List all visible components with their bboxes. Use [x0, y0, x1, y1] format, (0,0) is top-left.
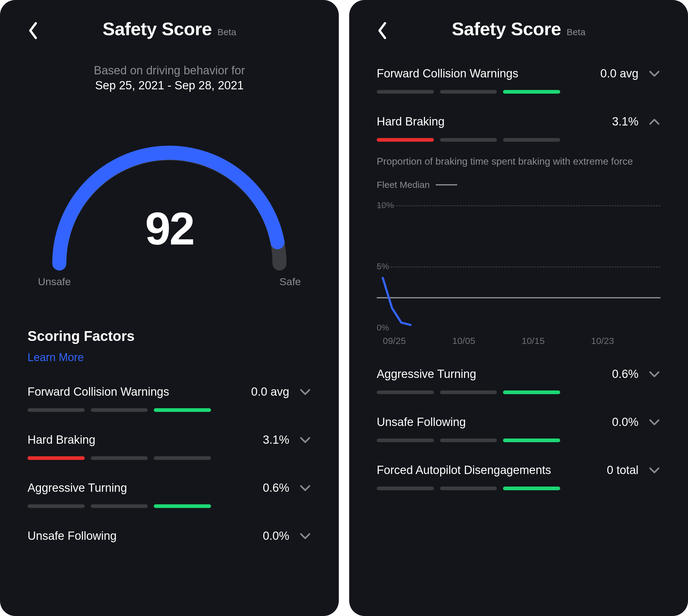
factor-row: Forward Collision Warnings 0.0 avg	[27, 385, 311, 412]
bar-segment	[503, 439, 560, 442]
page-title: Safety Score	[452, 18, 561, 40]
bar-segment	[440, 90, 497, 94]
factor-bar	[27, 504, 211, 508]
bar-segment	[27, 456, 85, 460]
factor-detail: Proportion of braking time spent braking…	[377, 154, 661, 346]
beta-badge: Beta	[217, 27, 236, 37]
chart-line	[377, 205, 661, 326]
chart-legend: Fleet Median	[377, 180, 661, 190]
chevron-down-icon	[648, 70, 661, 78]
scoring-factors-title: Scoring Factors	[27, 328, 311, 344]
factor-bar	[27, 456, 211, 460]
factor-value: 0.0 avg	[251, 385, 289, 398]
back-button[interactable]	[27, 21, 39, 40]
x-tick: 09/25	[377, 336, 452, 346]
bar-segment	[154, 504, 211, 508]
beta-badge: Beta	[567, 27, 586, 37]
factor-toggle[interactable]: Aggressive Turning 0.6%	[377, 368, 661, 381]
factor-value: 0.0%	[263, 529, 289, 543]
chevron-down-icon	[299, 532, 311, 540]
factor-value: 0.0 avg	[600, 67, 639, 80]
factor-toggle[interactable]: Forward Collision Warnings 0.0 avg	[27, 385, 311, 398]
factor-description: Proportion of braking time spent braking…	[377, 154, 652, 169]
chevron-left-icon	[27, 21, 39, 40]
bar-segment	[503, 90, 560, 94]
bar-segment	[503, 487, 560, 490]
page-title: Safety Score	[102, 18, 212, 40]
factor-name: Forward Collision Warnings	[27, 385, 251, 398]
factor-bar	[377, 439, 560, 442]
factor-toggle[interactable]: Hard Braking 3.1%	[377, 115, 661, 128]
bar-segment	[377, 439, 434, 442]
factor-value: 0 total	[607, 464, 639, 477]
factor-toggle[interactable]: Unsafe Following 0.0%	[377, 416, 661, 429]
factor-value: 0.6%	[263, 481, 289, 494]
factor-bar	[377, 90, 560, 94]
factor-name: Hard Braking	[27, 433, 263, 446]
chevron-down-icon	[299, 388, 311, 396]
legend-label: Fleet Median	[377, 180, 430, 190]
x-tick: 10/15	[522, 336, 591, 346]
x-tick: 10/23	[591, 336, 661, 346]
bar-segment	[27, 408, 85, 412]
factor-bar	[377, 487, 560, 490]
factor-value: 3.1%	[612, 115, 639, 128]
factor-row: Aggressive Turning 0.6%	[27, 481, 311, 508]
chevron-down-icon	[648, 418, 661, 426]
factor-name: Forward Collision Warnings	[377, 67, 600, 80]
factor-row: Hard Braking 3.1%	[27, 433, 311, 460]
legend-line-icon	[436, 184, 457, 185]
basis-label: Based on driving behavior for	[0, 64, 339, 77]
factor-row: Unsafe Following 0.0%	[27, 529, 311, 543]
factor-toggle[interactable]: Forward Collision Warnings 0.0 avg	[377, 67, 661, 80]
bar-segment	[154, 408, 211, 412]
factor-name: Unsafe Following	[27, 529, 263, 543]
factor-name: Forced Autopilot Disengagements	[377, 464, 607, 477]
bar-segment	[91, 408, 148, 412]
chevron-down-icon	[299, 484, 311, 492]
factor-value: 3.1%	[263, 433, 289, 446]
chevron-down-icon	[648, 370, 661, 378]
factor-row: Unsafe Following 0.0%	[377, 416, 661, 442]
factor-row: Aggressive Turning 0.6%	[377, 368, 661, 394]
bar-segment	[377, 138, 434, 142]
bar-segment	[440, 487, 497, 490]
bar-segment	[440, 439, 497, 442]
score-gauge: 92 Unsafe Safe	[29, 110, 310, 282]
bar-segment	[154, 456, 211, 460]
bar-segment	[27, 504, 85, 508]
factor-toggle[interactable]: Aggressive Turning 0.6%	[27, 481, 311, 494]
bar-segment	[440, 138, 497, 142]
x-tick: 10/05	[452, 336, 522, 346]
back-button[interactable]	[377, 21, 388, 40]
bar-segment	[440, 391, 497, 394]
x-axis: 09/2510/0510/1510/23	[377, 336, 661, 346]
factor-toggle[interactable]: Hard Braking 3.1%	[27, 433, 311, 446]
factor-row: Forced Autopilot Disengagements 0 total	[377, 464, 661, 490]
factor-toggle[interactable]: Unsafe Following 0.0%	[27, 529, 311, 543]
gauge-unsafe-label: Unsafe	[38, 276, 71, 288]
date-range: Sep 25, 2021 - Sep 28, 2021	[0, 79, 339, 92]
factor-toggle[interactable]: Forced Autopilot Disengagements 0 total	[377, 464, 661, 477]
header: Safety Score Beta	[349, 0, 688, 46]
bar-segment	[91, 504, 148, 508]
factor-bar	[377, 391, 560, 394]
bar-segment	[503, 391, 560, 394]
bar-segment	[503, 138, 560, 142]
factor-bar	[377, 138, 560, 142]
safety-score-overview-screen: Safety Score Beta Based on driving behav…	[0, 0, 339, 616]
subtitle: Based on driving behavior for Sep 25, 20…	[0, 64, 339, 92]
bar-segment	[377, 391, 434, 394]
factor-value: 0.0%	[612, 416, 639, 429]
chevron-down-icon	[299, 436, 311, 444]
chevron-left-icon	[377, 21, 388, 40]
header: Safety Score Beta	[0, 0, 339, 46]
factor-value: 0.6%	[612, 368, 639, 381]
safety-score-detail-screen: Safety Score Beta Forward Collision Warn…	[349, 0, 688, 616]
learn-more-link[interactable]: Learn More	[27, 351, 84, 364]
gauge-safe-label: Safe	[279, 276, 301, 288]
chevron-down-icon	[648, 466, 661, 474]
score-value: 92	[29, 202, 310, 255]
factor-name: Unsafe Following	[377, 416, 612, 429]
factor-row: Hard Braking 3.1% Proportion of braking …	[377, 115, 661, 346]
